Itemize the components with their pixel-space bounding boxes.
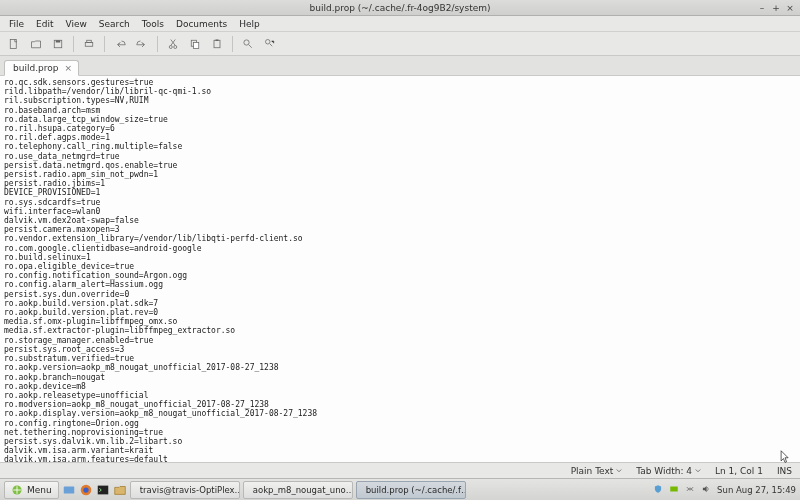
- taskbar-item-folder[interactable]: aokp_m8_nougat_uno…: [243, 481, 353, 499]
- titlebar: build.prop (~/.cache/.fr-4og9B2/system) …: [0, 0, 800, 16]
- redo-icon[interactable]: [132, 35, 152, 53]
- shield-icon[interactable]: [653, 484, 663, 496]
- toolbar: [0, 32, 800, 56]
- menu-help[interactable]: Help: [234, 18, 265, 30]
- status-position: Ln 1, Col 1: [715, 466, 763, 476]
- print-icon[interactable]: [79, 35, 99, 53]
- clock-text[interactable]: Sun Aug 27, 15:49: [717, 485, 796, 495]
- menu-view[interactable]: View: [61, 18, 92, 30]
- svg-rect-20: [670, 486, 678, 491]
- svg-rect-9: [214, 40, 220, 48]
- menu-documents[interactable]: Documents: [171, 18, 232, 30]
- terminal-icon[interactable]: [96, 483, 110, 497]
- menu-tools[interactable]: Tools: [137, 18, 169, 30]
- taskbar-item-terminal[interactable]: travis@travis-OptiPlex…: [130, 481, 240, 499]
- svg-point-6: [174, 45, 177, 48]
- firefox-icon[interactable]: [79, 483, 93, 497]
- menubar: File Edit View Search Tools Documents He…: [0, 16, 800, 32]
- undo-icon[interactable]: [110, 35, 130, 53]
- svg-rect-10: [216, 39, 219, 41]
- status-tabwidth[interactable]: Tab Width: 4: [636, 466, 701, 476]
- svg-rect-0: [10, 39, 16, 48]
- files-icon[interactable]: [113, 483, 127, 497]
- statusbar: Plain Text Tab Width: 4 Ln 1, Col 1 INS: [0, 462, 800, 478]
- copy-icon[interactable]: [185, 35, 205, 53]
- svg-rect-2: [56, 40, 61, 42]
- find-icon[interactable]: [238, 35, 258, 53]
- maximize-button[interactable]: +: [770, 3, 782, 13]
- svg-rect-8: [194, 42, 199, 48]
- network-icon[interactable]: [685, 484, 695, 496]
- tabbar: build.prop ×: [0, 56, 800, 76]
- save-icon[interactable]: [48, 35, 68, 53]
- menu-file[interactable]: File: [4, 18, 29, 30]
- svg-point-16: [83, 487, 88, 492]
- taskbar: Menu travis@travis-OptiPlex… aokp_m8_nou…: [0, 478, 800, 500]
- svg-point-11: [244, 39, 249, 44]
- tab-close-icon[interactable]: ×: [64, 63, 72, 73]
- new-file-icon[interactable]: [4, 35, 24, 53]
- volume-icon[interactable]: [701, 484, 711, 496]
- open-file-icon[interactable]: [26, 35, 46, 53]
- svg-rect-3: [85, 42, 93, 46]
- editor-content[interactable]: ro.qc.sdk.sensors.gestures=true rild.lib…: [0, 76, 800, 462]
- system-tray: Sun Aug 27, 15:49: [653, 484, 796, 496]
- tab-label: build.prop: [13, 63, 58, 73]
- nvidia-icon[interactable]: [669, 484, 679, 496]
- svg-rect-17: [97, 485, 108, 494]
- menu-search[interactable]: Search: [94, 18, 135, 30]
- taskbar-item-editor[interactable]: build.prop (~/.cache/.f…: [356, 481, 466, 499]
- status-insert-mode[interactable]: INS: [777, 466, 792, 476]
- cut-icon[interactable]: [163, 35, 183, 53]
- svg-rect-4: [87, 40, 92, 42]
- tab-buildprop[interactable]: build.prop ×: [4, 60, 79, 76]
- status-syntax[interactable]: Plain Text: [571, 466, 623, 476]
- editor-area[interactable]: ro.qc.sdk.sensors.gestures=true rild.lib…: [0, 76, 800, 462]
- svg-rect-14: [63, 486, 74, 493]
- start-menu-button[interactable]: Menu: [4, 481, 59, 499]
- show-desktop-icon[interactable]: [62, 483, 76, 497]
- menu-edit[interactable]: Edit: [31, 18, 58, 30]
- find-replace-icon[interactable]: [260, 35, 280, 53]
- paste-icon[interactable]: [207, 35, 227, 53]
- minimize-button[interactable]: –: [756, 3, 768, 13]
- close-button[interactable]: ×: [784, 3, 796, 13]
- window-title: build.prop (~/.cache/.fr-4og9B2/system): [310, 3, 491, 13]
- svg-point-12: [266, 39, 271, 44]
- svg-point-5: [169, 45, 172, 48]
